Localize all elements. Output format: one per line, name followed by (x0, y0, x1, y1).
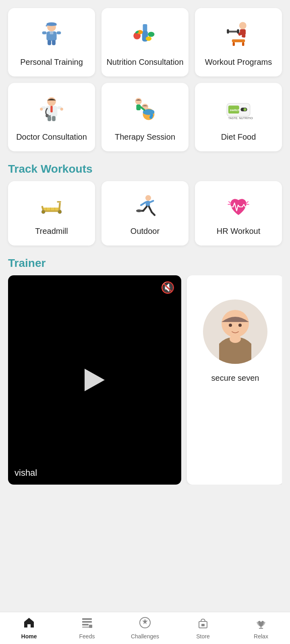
svg-point-75 (238, 324, 242, 327)
svg-point-15 (146, 37, 151, 41)
workout-card-hr-workout[interactable]: HR Workout (195, 181, 282, 246)
workout-label-outdoor: Outdoor (130, 227, 160, 236)
svg-point-60 (145, 195, 151, 200)
svg-rect-54 (57, 201, 61, 202)
nav-feeds[interactable]: Feeds (71, 617, 103, 640)
svg-rect-24 (228, 31, 238, 33)
workouts-grid: Treadmill (8, 181, 282, 246)
svg-point-74 (229, 324, 232, 327)
service-card-workout-programs[interactable]: Workout Programs (195, 8, 282, 76)
play-button[interactable] (85, 369, 105, 391)
svg-rect-77 (82, 618, 92, 620)
workout-programs-icon (222, 19, 255, 51)
nav-home-label: Home (21, 633, 37, 640)
feeds-icon (81, 617, 93, 632)
service-card-doctor-consultation[interactable]: Doctor Consultation (8, 83, 95, 151)
svg-line-63 (150, 200, 153, 202)
svg-point-55 (41, 210, 45, 213)
svg-rect-5 (42, 31, 47, 34)
trainer-side-card[interactable]: secure seven (187, 275, 282, 485)
service-card-nutrition-consultation[interactable]: Nutrition Consultation (102, 8, 188, 76)
svg-rect-26 (237, 29, 239, 34)
trainer-row: 🔇 vishal (8, 275, 282, 485)
nav-challenges-label: Challenges (131, 633, 159, 640)
trainer-video-name: vishal (14, 468, 37, 478)
svg-rect-23 (242, 42, 244, 46)
nav-home[interactable]: Home (13, 617, 45, 640)
hr-workout-icon (222, 193, 255, 221)
service-label-personal-training: Personal Training (20, 57, 83, 67)
svg-rect-36 (52, 116, 56, 121)
svg-text:TASTE. NUTRITION & YOU: TASTE. NUTRITION & YOU (228, 116, 253, 120)
workout-label-treadmill: Treadmill (35, 227, 68, 236)
svg-point-76 (230, 335, 241, 343)
svg-rect-84 (201, 624, 205, 626)
svg-point-14 (148, 32, 154, 37)
svg-rect-3 (46, 25, 48, 27)
personal-trainer-icon (35, 19, 68, 51)
store-icon (197, 617, 209, 632)
svg-line-71 (246, 201, 248, 203)
bottom-nav: Home Feeds Challenges (0, 612, 290, 644)
workout-card-treadmill[interactable]: Treadmill (8, 181, 95, 246)
service-label-therapy: Therapy Session (115, 132, 175, 142)
diet-food-icon: switch TASTE. NUTRITION & YOU (222, 94, 255, 126)
svg-rect-78 (82, 621, 92, 623)
service-card-personal-training[interactable]: Personal Training (8, 8, 95, 76)
svg-rect-29 (50, 106, 52, 112)
svg-point-37 (135, 98, 142, 104)
nav-store-label: Store (196, 633, 209, 640)
svg-rect-9 (50, 31, 54, 34)
svg-rect-51 (44, 207, 60, 210)
svg-rect-10 (143, 24, 147, 31)
svg-point-56 (58, 210, 62, 213)
svg-rect-2 (46, 24, 56, 26)
therapy-icon (129, 94, 161, 126)
svg-point-33 (40, 108, 43, 111)
home-icon (23, 617, 35, 632)
nav-feeds-label: Feeds (79, 633, 95, 640)
service-label-diet-food: Diet Food (221, 132, 256, 142)
svg-line-62 (141, 202, 146, 205)
svg-rect-20 (242, 34, 246, 38)
service-label-workout-programs: Workout Programs (205, 57, 272, 67)
services-grid: Personal Training Nutrition Consulta (8, 8, 282, 151)
treadmill-icon (35, 193, 68, 221)
main-content: Personal Training Nutrition Consulta (0, 0, 290, 517)
nav-challenges[interactable]: Challenges (129, 617, 161, 640)
nav-relax[interactable]: Relax (245, 617, 277, 640)
trainer-section-title: Trainer (8, 257, 282, 270)
svg-rect-79 (82, 624, 89, 625)
service-card-therapy-session[interactable]: Therapy Session (102, 83, 188, 151)
nutrition-icon (129, 19, 161, 51)
svg-text:switch: switch (230, 108, 240, 112)
relax-icon (255, 617, 267, 632)
workout-label-hr: HR Workout (217, 227, 261, 236)
nav-relax-label: Relax (254, 633, 268, 640)
workout-card-outdoor[interactable]: Outdoor (102, 181, 188, 246)
svg-point-48 (244, 108, 246, 111)
trainer-side-name: secure seven (207, 374, 263, 383)
svg-point-17 (239, 22, 246, 29)
svg-rect-81 (89, 625, 92, 628)
trainer-video-card[interactable]: 🔇 vishal (8, 275, 181, 485)
svg-line-69 (229, 201, 231, 203)
svg-line-66 (149, 206, 152, 212)
svg-rect-22 (233, 42, 235, 46)
svg-rect-6 (57, 31, 61, 34)
svg-rect-7 (48, 40, 51, 45)
svg-line-67 (152, 212, 155, 215)
mute-icon[interactable]: 🔇 (161, 281, 175, 294)
svg-rect-25 (227, 29, 229, 34)
outdoor-icon (129, 193, 161, 221)
svg-rect-35 (48, 116, 51, 121)
svg-rect-8 (52, 40, 56, 45)
trainer-avatar (203, 299, 267, 364)
service-card-diet-food[interactable]: switch TASTE. NUTRITION & YOU Diet Food (195, 83, 282, 151)
svg-point-68 (136, 209, 142, 212)
nav-store[interactable]: Store (187, 617, 219, 640)
svg-rect-21 (232, 39, 245, 42)
service-label-doctor: Doctor Consultation (16, 132, 87, 142)
doctor-icon (35, 94, 68, 126)
service-label-nutrition: Nutrition Consultation (106, 57, 183, 67)
